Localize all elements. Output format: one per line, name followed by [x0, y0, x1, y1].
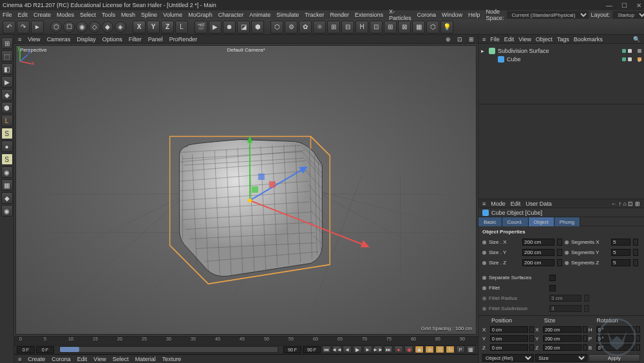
- size-z-input[interactable]: [522, 259, 554, 266]
- menu-animate[interactable]: Animate: [249, 12, 270, 18]
- menu-simulate[interactable]: Simulate: [276, 12, 299, 18]
- prev-key-button[interactable]: ◄◄: [332, 346, 341, 353]
- toolbar-btn-30[interactable]: 💡: [440, 21, 453, 34]
- toolbar-btn-21[interactable]: ⚛: [313, 21, 326, 34]
- toolbar-btn-16[interactable]: ◪: [237, 21, 250, 34]
- toolbar-btn-14[interactable]: ▶: [209, 21, 222, 34]
- menu-spline[interactable]: Spline: [141, 12, 157, 18]
- goto-end-button[interactable]: ⏭: [384, 346, 393, 353]
- menu-volume[interactable]: Volume: [163, 12, 182, 18]
- menu-tracker[interactable]: Tracker: [305, 12, 324, 18]
- vp-menu-view[interactable]: View: [28, 36, 40, 43]
- viewport[interactable]: Perspective Default Camera* Grid Spacing…: [15, 45, 477, 335]
- vp-icon-2[interactable]: ⊡: [457, 36, 462, 43]
- timeline-start[interactable]: [17, 346, 35, 353]
- om-menu-edit[interactable]: Edit: [504, 36, 515, 43]
- vp-menu-options[interactable]: Options: [102, 36, 122, 43]
- bb-create[interactable]: Create: [28, 356, 45, 362]
- toolbar-btn-8[interactable]: ◈: [115, 21, 126, 33]
- toolbar-btn-19[interactable]: ⚙: [285, 21, 298, 34]
- left-tool-7[interactable]: S: [1, 128, 13, 139]
- vp-menu-panel[interactable]: Panel: [148, 36, 163, 43]
- record-button[interactable]: ●: [394, 346, 403, 353]
- bb-corona[interactable]: Corona: [52, 356, 71, 362]
- menu-window[interactable]: Window: [442, 12, 462, 18]
- attr-menu-user-data[interactable]: User Data: [526, 201, 552, 207]
- menu-create[interactable]: Create: [33, 12, 51, 18]
- toolbar-btn-27[interactable]: ⊠: [398, 21, 411, 34]
- left-tool-11[interactable]: ▦: [1, 179, 13, 191]
- menu-x-particles[interactable]: X-Particles: [389, 8, 412, 21]
- attr-menu-edit[interactable]: Edit: [511, 201, 521, 207]
- left-tool-5[interactable]: ⬢: [1, 102, 13, 113]
- om-menu-bookmarks[interactable]: Bookmarks: [574, 36, 603, 43]
- left-tool-13[interactable]: ◉: [1, 205, 13, 217]
- key-scale-button[interactable]: ⊡: [435, 346, 444, 353]
- timeline-end[interactable]: [303, 346, 321, 353]
- menu-mesh[interactable]: Mesh: [121, 12, 135, 18]
- layout-select[interactable]: Startup: [612, 11, 644, 19]
- toolbar-btn-20[interactable]: ✿: [299, 21, 312, 34]
- toolbar-btn-26[interactable]: ⊞: [384, 21, 397, 34]
- om-menu-object[interactable]: Object: [536, 36, 553, 43]
- toolbar-btn-29[interactable]: ⬡: [426, 21, 439, 34]
- menu-mograph[interactable]: MoGraph: [188, 12, 213, 18]
- coord-size-select[interactable]: Size: [535, 354, 587, 362]
- play-button[interactable]: ▶: [353, 346, 362, 353]
- next-frame-button[interactable]: ►: [363, 346, 372, 353]
- size-z-coord-input[interactable]: [543, 344, 581, 351]
- prev-frame-button[interactable]: ◄: [343, 346, 352, 353]
- left-tool-4[interactable]: ◆: [1, 89, 13, 101]
- vp-icon-1[interactable]: ⊕: [446, 36, 451, 43]
- menu-extensions[interactable]: Extensions: [355, 12, 383, 18]
- vp-menu-display[interactable]: Display: [77, 36, 96, 43]
- toolbar-btn-13[interactable]: 🎬: [194, 21, 207, 34]
- maximize-button[interactable]: ☐: [621, 2, 627, 9]
- left-tool-12[interactable]: ◆: [1, 192, 13, 204]
- seg-y-input[interactable]: [611, 249, 630, 256]
- timeline-end-visible[interactable]: [283, 346, 301, 353]
- seg-x-input[interactable]: [611, 239, 630, 246]
- key-pos-button[interactable]: ⊕: [425, 346, 434, 353]
- key-param-button[interactable]: P: [456, 346, 465, 353]
- bb-edit[interactable]: Edit: [77, 356, 88, 362]
- toolbar-btn-10[interactable]: Y: [147, 21, 160, 34]
- toolbar-btn-28[interactable]: ▦: [412, 21, 425, 34]
- left-tool-8[interactable]: ●: [1, 141, 13, 152]
- vp-menu-filter[interactable]: Filter: [129, 36, 142, 43]
- attr-menu-mode[interactable]: Mode: [491, 201, 506, 207]
- toolbar-btn-1[interactable]: ↷: [17, 21, 30, 34]
- toolbar-btn-0[interactable]: ↶: [3, 21, 15, 34]
- om-menu-view[interactable]: View: [518, 36, 531, 43]
- left-tool-10[interactable]: ◉: [1, 166, 13, 178]
- menu-help[interactable]: Help: [468, 12, 480, 18]
- menu-file[interactable]: File: [3, 12, 12, 18]
- menu-tools[interactable]: Tools: [102, 12, 115, 18]
- tab-basic[interactable]: Basic: [478, 217, 502, 226]
- timeline-slider[interactable]: [59, 346, 278, 353]
- bb-select[interactable]: Select: [113, 356, 129, 362]
- size-x-input[interactable]: [522, 239, 554, 246]
- toolbar-btn-2[interactable]: ►: [31, 21, 44, 34]
- next-key-button[interactable]: ►►: [374, 346, 383, 353]
- menu-character[interactable]: Character: [218, 12, 244, 18]
- vp-menu-cameras[interactable]: Cameras: [47, 36, 71, 43]
- toolbar-btn-6[interactable]: ◇: [89, 21, 100, 33]
- size-y-coord-input[interactable]: [543, 335, 581, 342]
- vp-menu-icon[interactable]: ≡: [18, 36, 21, 43]
- om-search-icon[interactable]: 🔍: [633, 36, 640, 43]
- tab-phong[interactable]: Phong: [554, 217, 580, 226]
- close-button[interactable]: ✕: [636, 2, 641, 9]
- separate-surfaces-checkbox[interactable]: [549, 275, 556, 281]
- nodespace-select[interactable]: Current (Standard/Physical): [507, 11, 589, 19]
- tab-coord[interactable]: Coord.: [502, 217, 529, 226]
- left-tool-6[interactable]: L: [1, 115, 13, 126]
- pos-y-input[interactable]: [490, 335, 528, 342]
- object-manager[interactable]: ▸Subdivision SurfaceCube✓: [478, 44, 644, 104]
- key-button[interactable]: ◆: [415, 346, 424, 353]
- bb-view[interactable]: View: [93, 356, 106, 362]
- menu-corona[interactable]: Corona: [417, 12, 437, 18]
- key-pla-button[interactable]: ▦: [466, 346, 475, 353]
- left-tool-2[interactable]: ◧: [1, 63, 13, 75]
- toolbar-btn-11[interactable]: Z: [161, 21, 174, 34]
